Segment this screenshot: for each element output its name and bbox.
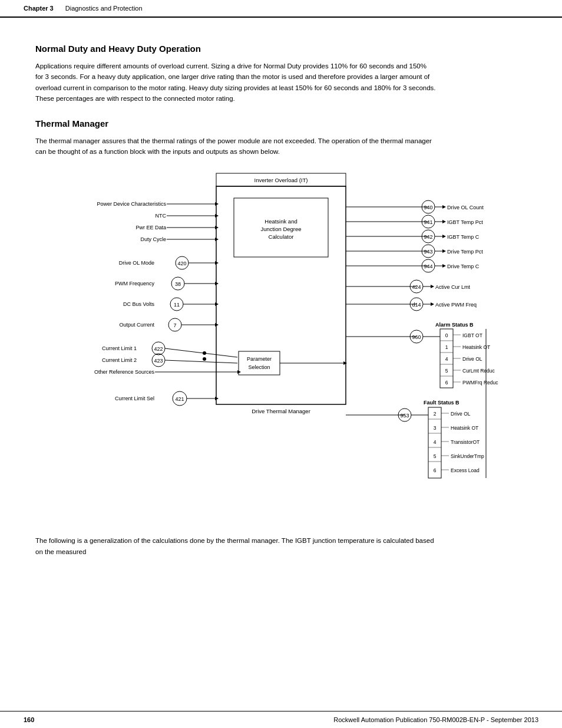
fault-label-transistor-ot: TransistorOT <box>451 439 480 445</box>
page-content: Normal Duty and Heavy Duty Operation App… <box>0 18 562 602</box>
page-header: Chapter 3 Diagnostics and Protection <box>0 0 562 18</box>
param-424-label: 424 <box>412 284 421 290</box>
svg-line-12 <box>165 348 237 357</box>
output-igbt-temp-pct: IGBT Temp Pct <box>447 219 483 225</box>
input-current-limit-2: Current Limit 2 <box>102 357 137 363</box>
param-d14-label: d14 <box>412 302 421 308</box>
heatsink-label3: Calculator <box>269 233 294 240</box>
alarm-bit-6: 6 <box>445 380 448 386</box>
alarm-label-pwmfrq: PWMFrq Reduc <box>462 380 498 386</box>
input-dc-bus: DC Bus Volts <box>123 301 155 307</box>
alarm-bit-4: 4 <box>445 356 448 362</box>
chapter-title: Diagnostics and Protection <box>65 5 143 12</box>
input-current-limit-1: Current Limit 1 <box>102 345 137 351</box>
output-active-cur-lmt: Active Cur Lmt <box>435 284 471 290</box>
param-sel-label1: Parameter <box>247 356 272 362</box>
svg-rect-3 <box>239 351 280 375</box>
alarm-status-label: Alarm Status B <box>435 322 474 328</box>
alarm-bit-5: 5 <box>445 368 448 374</box>
bottom-text: The following is a generalization of the… <box>35 535 436 557</box>
arrow-424 <box>431 285 434 288</box>
diagram-svg: Inverter Overload (IT) Heatsink and Junc… <box>51 169 511 522</box>
arrow-power-device <box>215 202 219 206</box>
arrow-pwm-freq <box>215 282 219 285</box>
param-11-label: 11 <box>174 302 180 308</box>
fault-bit-5: 5 <box>434 453 437 459</box>
input-power-device: Power Device Characteristics <box>97 201 166 207</box>
arrow-942 <box>442 235 446 238</box>
param-423-label: 423 <box>154 358 163 364</box>
input-output-current: Output Current <box>119 322 154 328</box>
param-422-label: 422 <box>154 346 163 352</box>
output-drive-temp-c: Drive Temp C <box>447 263 480 269</box>
arrow-941 <box>442 220 446 223</box>
arrow-pwr-ee <box>215 226 219 229</box>
input-duty-cycle: Duty Cycle <box>140 236 166 242</box>
publication-info: Rockwell Automation Publication 750-RM00… <box>333 716 538 723</box>
input-current-limit-sel: Current Limit Sel <box>115 396 154 401</box>
param-953-label: 953 <box>400 413 409 419</box>
fault-bit-4: 4 <box>434 439 437 445</box>
fault-label-drive-ol: Drive OL <box>451 411 471 417</box>
connector-dot-2 <box>203 357 206 361</box>
arrow-ntc <box>215 214 219 218</box>
param-942-label: 942 <box>424 234 432 240</box>
alarm-bit-0: 0 <box>445 332 448 338</box>
heatsink-label2: Junction Degree <box>260 226 301 232</box>
arrow-param-sel <box>343 361 347 365</box>
arrow-943 <box>442 249 446 253</box>
svg-line-13 <box>165 360 237 363</box>
section-normal-duty: Normal Duty and Heavy Duty Operation App… <box>35 44 527 104</box>
arrow-output-current <box>215 323 219 327</box>
fault-label-sink-under: SinkUnderTmp <box>451 453 484 459</box>
section-title-thermal: Thermal Manager <box>35 118 527 129</box>
page-number: 160 <box>24 716 34 723</box>
page: Chapter 3 Diagnostics and Protection Nor… <box>0 0 562 728</box>
alarm-bit-1: 1 <box>445 344 448 350</box>
output-drive-ol-count: Drive OL Count <box>447 205 484 210</box>
heatsink-label1: Heatsink and <box>265 218 297 225</box>
param-940-label: 940 <box>424 205 432 210</box>
input-ntc: NTC <box>156 213 167 219</box>
arrow-944 <box>442 264 446 268</box>
param-420-label: 420 <box>177 261 186 266</box>
thermal-manager-text: Drive Thermal Manager <box>252 408 310 414</box>
param-38-label: 38 <box>175 281 181 287</box>
section-thermal-manager: Thermal Manager The thermal manager assu… <box>35 118 527 157</box>
arrow-dc-bus <box>215 302 219 306</box>
section-body-normal-duty: Applications require different amounts o… <box>35 61 436 104</box>
page-footer: 160 Rockwell Automation Publication 750-… <box>0 711 562 728</box>
section-title-normal-duty: Normal Duty and Heavy Duty Operation <box>35 44 527 54</box>
param-944-label: 944 <box>424 263 432 269</box>
alarm-label-drive-ol: Drive OL <box>462 356 482 362</box>
arrow-ol-mode <box>215 261 219 265</box>
input-pwr-ee: Pwr EE Data <box>135 225 166 230</box>
fault-bit-6: 6 <box>434 467 437 473</box>
fault-bit-3: 3 <box>434 425 437 431</box>
chapter-label: Chapter 3 <box>24 5 54 12</box>
arrow-current-limit-sel <box>215 397 219 400</box>
param-7-label: 7 <box>173 322 176 328</box>
alarm-label-curlmt: CurLmt Reduc <box>462 368 495 374</box>
arrow-d14 <box>431 302 434 306</box>
output-drive-temp-pct: Drive Temp Pct <box>447 249 483 255</box>
arrow-duty-cycle <box>215 238 219 241</box>
thermal-manager-diagram: Inverter Overload (IT) Heatsink and Junc… <box>51 169 511 523</box>
param-sel-label2: Selection <box>248 364 270 370</box>
param-960-label: 960 <box>412 334 421 340</box>
connector-dot-1 <box>203 351 206 355</box>
section-body-thermal: The thermal manager assures that the the… <box>35 136 436 157</box>
arrow-other-ref <box>237 370 241 374</box>
param-943-label: 943 <box>424 249 432 255</box>
fault-label-excess-load: Excess Load <box>451 467 480 473</box>
arrow-940 <box>442 205 446 209</box>
alarm-label-igbt-ot: IGBT OT <box>462 332 482 338</box>
input-pwm-freq: PWM Frequency <box>115 281 155 286</box>
fault-status-label: Fault Status B <box>424 400 459 406</box>
input-drive-ol-mode: Drive OL Mode <box>119 260 154 266</box>
inverter-overload-label: Inverter Overload (IT) <box>254 177 308 183</box>
output-igbt-temp-c: IGBT Temp C <box>447 234 480 240</box>
input-other-ref: Other Reference Sources <box>94 369 155 375</box>
param-941-label: 941 <box>424 219 432 225</box>
output-active-pwm-freq: Active PWM Freq <box>435 302 477 308</box>
